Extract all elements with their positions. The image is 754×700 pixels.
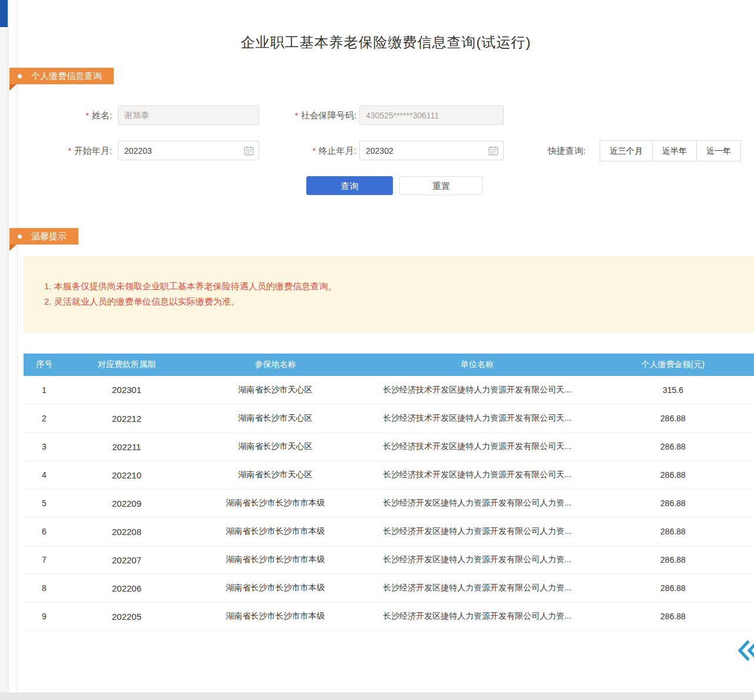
header-insured-place: 参保地名称 [188, 354, 362, 376]
table-cell: 286.88 [592, 404, 754, 432]
header-seq: 序号 [24, 354, 65, 376]
table-cell: 202210 [65, 461, 188, 489]
header-employer: 单位名称 [362, 354, 592, 376]
sidebar-corner-block [0, 0, 8, 27]
table-cell: 长沙经济开发区捷特人力资源开发有限公司人力资... [362, 546, 592, 574]
table-body: 1202301湖南省长沙市天心区长沙经济技术开发区捷特人力资源开发有限公司天..… [24, 376, 754, 630]
query-button[interactable]: 查询 [306, 176, 393, 195]
header-amount: 个人缴费金额(元) [592, 354, 754, 376]
quick-btn-half-year[interactable]: 近半年 [652, 140, 697, 161]
tips-line: 2. 灵活就业人员的缴费单位信息以实际缴费为准。 [44, 294, 742, 309]
header-period: 对应费款所属期 [65, 354, 188, 376]
table-row: 3202211湖南省长沙市天心区长沙经济技术开发区捷特人力资源开发有限公司天..… [24, 432, 754, 461]
table-cell: 长沙经济技术开发区捷特人力资源开发有限公司天... [362, 432, 592, 461]
table-row: 4202210湖南省长沙市天心区长沙经济技术开发区捷特人力资源开发有限公司天..… [24, 461, 754, 489]
table-cell: 202205 [65, 602, 188, 630]
table-cell: 长沙经济技术开发区捷特人力资源开发有限公司天... [362, 461, 592, 489]
table-cell: 湖南省长沙市长沙市市本级 [188, 489, 362, 517]
table-cell: 202209 [65, 489, 188, 517]
table-row: 1202301湖南省长沙市天心区长沙经济技术开发区捷特人力资源开发有限公司天..… [24, 376, 754, 404]
double-chevron-left-icon[interactable] [738, 638, 754, 663]
quick-btn-3months[interactable]: 近三个月 [600, 140, 653, 161]
left-rail [0, 0, 8, 692]
start-date-field[interactable] [118, 141, 259, 160]
quick-query-label: 快捷查询: [548, 141, 586, 160]
table-cell: 202207 [65, 546, 188, 574]
table-row: 2202212湖南省长沙市天心区长沙经济技术开发区捷特人力资源开发有限公司天..… [24, 404, 754, 432]
table-cell: 202211 [65, 432, 188, 461]
section-badge-tips: 温馨提示 [9, 228, 78, 245]
end-date-wrap [359, 141, 504, 160]
table-cell: 湖南省长沙市长沙市市本级 [188, 602, 362, 630]
table-cell: 长沙经济技术开发区捷特人力资源开发有限公司天... [362, 376, 592, 404]
table-cell: 6 [24, 517, 65, 546]
table-cell: 2 [24, 404, 65, 432]
ssn-label: *社会保障号码: [259, 105, 356, 125]
table-cell: 湖南省长沙市天心区 [188, 404, 362, 432]
required-mark: * [295, 111, 297, 120]
tips-notice-box: 1. 本服务仅提供尚未领取企业职工基本养老保险待遇人员的缴费信息查询。 2. 灵… [24, 256, 754, 333]
table-cell: 长沙经济开发区捷特人力资源开发有限公司人力资... [362, 489, 592, 517]
table-cell: 4 [24, 461, 65, 489]
quick-query-group: 近三个月 近半年 近一年 [600, 140, 741, 161]
table-cell: 202301 [65, 376, 188, 404]
table-row: 8202206湖南省长沙市长沙市市本级长沙经济开发区捷特人力资源开发有限公司人力… [24, 574, 754, 602]
table-cell: 长沙经济开发区捷特人力资源开发有限公司人力资... [362, 574, 592, 602]
table-cell: 286.88 [592, 489, 754, 517]
table-cell: 湖南省长沙市天心区 [188, 461, 362, 489]
table-cell: 湖南省长沙市长沙市市本级 [188, 546, 362, 574]
calendar-icon[interactable] [244, 146, 254, 156]
end-date-label: *终止年月: [259, 141, 356, 160]
table-row: 7202207湖南省长沙市长沙市市本级长沙经济开发区捷特人力资源开发有限公司人力… [24, 546, 754, 574]
start-date-label: *开始年月: [35, 141, 112, 160]
table-cell: 3 [24, 432, 65, 461]
table-cell: 湖南省长沙市天心区 [188, 432, 362, 461]
required-mark: * [312, 146, 315, 156]
table-row: 9202205湖南省长沙市长沙市市本级长沙经济开发区捷特人力资源开发有限公司人力… [24, 602, 754, 630]
table-cell: 202206 [65, 574, 188, 602]
quick-btn-one-year[interactable]: 近一年 [696, 140, 741, 161]
calendar-icon[interactable] [488, 146, 498, 156]
bottom-band [0, 692, 754, 700]
table-cell: 长沙经济技术开发区捷特人力资源开发有限公司天... [362, 404, 592, 432]
table-cell: 7 [24, 546, 65, 574]
start-date-wrap [118, 141, 259, 160]
table-cell: 286.88 [592, 432, 754, 461]
table-row: 6202208湖南省长沙市长沙市市本级长沙经济开发区捷特人力资源开发有限公司人力… [24, 517, 754, 546]
page-title: 企业职工基本养老保险缴费信息查询(试运行) [18, 33, 754, 52]
required-mark: * [85, 111, 88, 120]
bullet-dot-icon [18, 74, 22, 78]
table-row: 5202209湖南省长沙市长沙市市本级长沙经济开发区捷特人力资源开发有限公司人力… [24, 489, 754, 517]
table-cell: 286.88 [592, 517, 754, 546]
end-date-field[interactable] [359, 141, 504, 160]
table-cell: 202208 [65, 517, 188, 546]
left-backstrip [9, 0, 18, 692]
table-cell: 202212 [65, 404, 188, 432]
table-cell: 8 [24, 574, 65, 602]
table-cell: 315.6 [592, 376, 754, 404]
tips-line: 1. 本服务仅提供尚未领取企业职工基本养老保险待遇人员的缴费信息查询。 [44, 279, 742, 294]
section-badge-label: 个人缴费信息查询 [31, 71, 102, 82]
table-cell: 1 [24, 376, 65, 404]
table-cell: 湖南省长沙市长沙市市本级 [188, 517, 362, 546]
name-label: *姓名: [35, 105, 112, 125]
table-cell: 5 [24, 489, 65, 517]
table-cell: 286.88 [592, 461, 754, 489]
table-cell: 286.88 [592, 546, 754, 574]
section-badge-query: 个人缴费信息查询 [9, 68, 114, 84]
table-cell: 286.88 [592, 602, 754, 630]
table-header-row: 序号 对应费款所属期 参保地名称 单位名称 个人缴费金额(元) [24, 354, 754, 376]
app-window: 企业职工基本养老保险缴费信息查询(试运行) 个人缴费信息查询 *姓名: *社会保… [0, 0, 754, 700]
ssn-field [359, 105, 504, 125]
table-cell: 湖南省长沙市长沙市市本级 [188, 574, 362, 602]
table-cell: 湖南省长沙市天心区 [188, 376, 362, 404]
name-field [118, 105, 259, 125]
table-cell: 长沙经济开发区捷特人力资源开发有限公司人力资... [362, 517, 592, 546]
table-cell: 长沙经济开发区捷特人力资源开发有限公司人力资... [362, 602, 592, 630]
results-table: 序号 对应费款所属期 参保地名称 单位名称 个人缴费金额(元) 1202301湖… [24, 354, 754, 631]
section-badge-label: 温馨提示 [31, 231, 67, 242]
required-mark: * [68, 146, 71, 156]
table-cell: 9 [24, 602, 65, 630]
table-cell: 286.88 [592, 574, 754, 602]
reset-button[interactable]: 重置 [399, 176, 483, 195]
